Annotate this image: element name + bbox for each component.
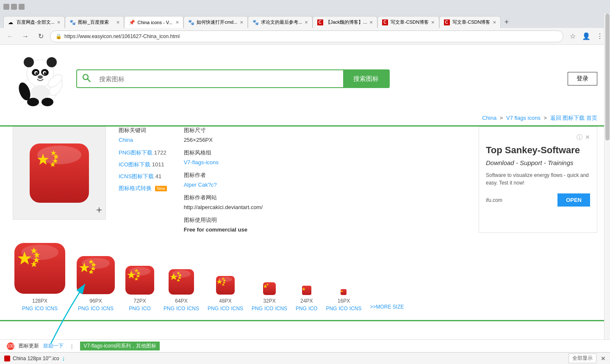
size-ico-32[interactable]: ICO [264,306,273,312]
search-input[interactable] [96,75,343,83]
search-icon [77,74,96,84]
tab-label-1: 百度网盘-全部文... [17,19,55,25]
convert-download: 图标格式转换 New [119,185,167,192]
tab-icon-search[interactable]: 🐾 图标_百度搜索 × [65,16,124,28]
address-bar[interactable]: 🔒 https://www.easyicon.net/1061627-China… [50,30,563,42]
back-btn[interactable]: ← [4,30,16,42]
scrollbar-thumb[interactable] [605,14,610,141]
size-png-48[interactable]: PNG [208,306,219,312]
tab-favicon-4: 🐾 [188,19,194,25]
tab-close-7[interactable]: × [431,19,435,25]
size-png-64[interactable]: PNG [164,306,175,312]
notification-action[interactable]: 鼓励一下 [43,342,64,350]
size-icns-96[interactable]: ICNS [101,306,114,312]
search-area: 搜索图标 [76,69,390,88]
icns-count: 41 [155,173,161,179]
more-size-link[interactable]: >>MORE SIZE [370,304,404,310]
ad-info-icon[interactable]: ⓘ [577,134,582,141]
size-png-16[interactable]: PNG [326,306,337,312]
bottom-green-divider [0,320,610,321]
maximize-btn[interactable] [11,4,17,10]
size-icns-128[interactable]: ICNS [45,306,58,312]
ad-close-icon[interactable]: ✕ [585,134,590,141]
site-logo[interactable] [13,51,68,106]
tab-close-4[interactable]: × [240,19,243,25]
author-site-value: http://alpercakici.deviantart.com/ [184,204,263,210]
search-button[interactable]: 搜索图标 [343,69,389,88]
tab-close-8[interactable]: × [493,19,496,25]
new-badge: New [155,186,167,191]
size-links-128: PNG ICO ICNS [22,306,58,312]
header-right: 登录 [568,72,597,85]
login-button[interactable]: 登录 [568,72,597,85]
tab-close-2[interactable]: × [116,19,120,25]
convert-link[interactable]: 图标格式转换 [119,185,152,191]
tab-close-6[interactable]: × [370,19,373,25]
author-link[interactable]: Alper Cak?c? [184,182,217,188]
tab-close-1[interactable]: × [57,19,61,25]
author-site-label: 图标作者网站 [184,194,263,201]
size-links-32: PNG ICO ICNS [252,306,287,312]
size-ico-64[interactable]: ICO [176,306,185,312]
new-tab-btn[interactable]: + [501,16,513,28]
breadcrumb-return[interactable]: 返回 图标下载 首页 [550,115,597,121]
size-png-32[interactable]: PNG [252,306,263,312]
tab-jack-blog[interactable]: C 【Jack魏的博客】... × [313,16,377,28]
size-png-128[interactable]: PNG [22,306,33,312]
forward-btn[interactable]: → [19,30,31,42]
tab-paper[interactable]: 🐾 求论文的最后参考... × [248,16,313,28]
breadcrumb: China > V7 flags icons > 返回 图标下载 首页 [0,113,610,125]
size-icns-48[interactable]: ICNS [231,306,243,312]
china-icon-72 [125,265,155,295]
reload-btn[interactable]: ↻ [35,30,47,42]
minimize-btn[interactable] [3,4,9,10]
tab-close-3[interactable]: × [176,19,179,25]
svg-point-9 [44,72,46,74]
size-ico-72[interactable]: ICO [141,306,150,312]
icns-download-link[interactable]: ICNS图标下载 [119,173,154,179]
png-download-link[interactable]: PNG图标下载 [119,149,152,156]
svg-point-10 [38,75,43,79]
size-icns-16[interactable]: ICNS [349,306,362,312]
icns-download: ICNS图标下载 41 [119,173,167,180]
tab-baidu-disk[interactable]: ☁ 百度网盘-全部文... × [3,16,65,28]
ico-download-link[interactable]: ICO图标下载 [119,161,150,168]
series-bar[interactable]: V7-flags-icons同系列，其他图标 [80,342,160,350]
style-link[interactable]: V7-flags-icons [184,159,219,165]
size-ico-96[interactable]: ICO [91,306,100,312]
size-png-72[interactable]: PNG [129,306,140,312]
size-ico-24[interactable]: ICO [308,306,317,312]
tab-write-2[interactable]: C 写文章-CSDN博客 × [439,16,501,28]
size-ico-48[interactable]: ICO [220,306,229,312]
nav-actions: ☆ 👤 ⋮ [567,30,606,42]
size-png-96[interactable]: PNG [78,306,89,312]
svg-line-18 [88,79,90,82]
add-to-collection-btn[interactable]: + [96,204,102,216]
size-icns-32[interactable]: ICNS [275,306,287,312]
china-icon-16 [340,289,347,295]
tab-cmd[interactable]: 🐾 如何快速打开cmd... × [183,16,248,28]
keywords-label: 图标关键词 [119,127,167,134]
main-content: + 图标关键词 China PNG图标下载 1722 [0,127,610,241]
ico-count: 1011 [152,161,164,168]
size-icns-64[interactable]: ICNS [187,306,199,312]
keyword-link[interactable]: China [119,137,133,143]
close-btn[interactable] [19,4,25,10]
bookmark-star-btn[interactable]: ☆ [567,30,579,42]
size-ico-16[interactable]: ICO [338,306,347,312]
tab-favicon-1: ☁ [8,19,14,25]
tab-close-5[interactable]: × [305,19,308,25]
size-label-72: 72PX [133,298,146,304]
tab-write-1[interactable]: C 写文章-CSDN博客 × [377,16,439,28]
size-ico-128[interactable]: ICO [35,306,44,312]
tab-china-icons[interactable]: 📌 China icons - V... × [124,16,183,28]
profile-btn[interactable]: 👤 [580,30,592,42]
tab-label-4: 如何快速打开cmd... [197,19,237,25]
breadcrumb-china[interactable]: China [482,115,496,121]
scrollbar[interactable] [604,14,610,350]
ad-open-button[interactable]: OPEN [557,193,590,207]
breadcrumb-v7flags[interactable]: V7 flags icons [506,115,541,121]
svg-point-3 [47,57,57,67]
china-icon-32 [263,282,276,295]
size-png-24[interactable]: PNG [296,306,307,312]
